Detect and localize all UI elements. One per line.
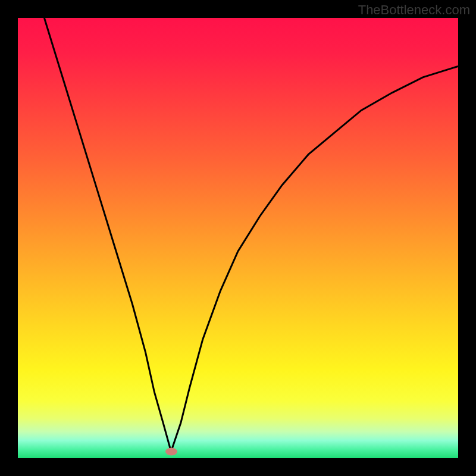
curve-layer (18, 18, 458, 458)
chart-frame: TheBottleneck.com (0, 0, 476, 476)
bottleneck-curve (44, 18, 458, 452)
minimum-marker (165, 447, 177, 455)
plot-area (18, 18, 458, 458)
watermark-text: TheBottleneck.com (358, 2, 470, 18)
